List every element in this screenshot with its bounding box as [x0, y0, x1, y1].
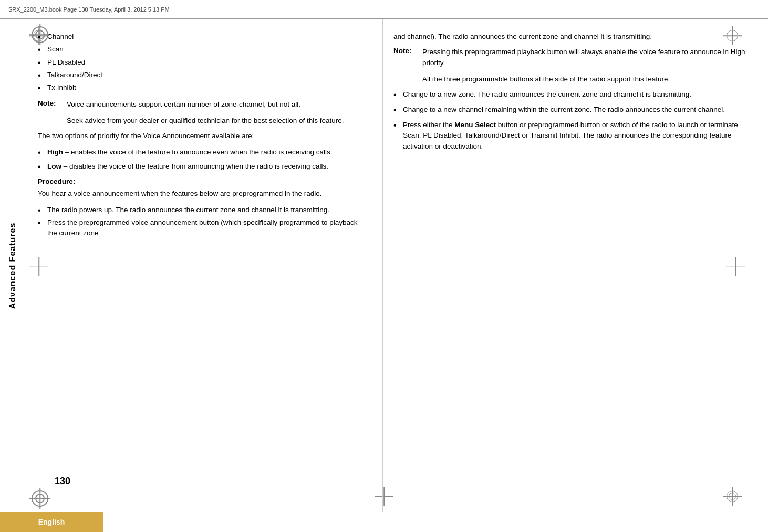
bullet-tx-inhibit: Tx Inhibit [38, 82, 367, 93]
sidebar-label: Advanced Features [0, 19, 25, 512]
right-note1-text: Pressing this preprogrammed playback but… [422, 47, 752, 69]
priority-low: Low – disables the voice of the feature … [38, 161, 367, 172]
right-note1: Note: Pressing this preprogrammed playba… [393, 47, 752, 69]
priority-high-bold: High [47, 148, 63, 156]
bullet-channel: Channel [38, 32, 367, 42]
header-bar: SRX_2200_M3.book Page 130 Tuesday, April… [0, 0, 768, 19]
right-bullet-1: Change to a new zone. The radio announce… [393, 89, 752, 100]
right-note1-label: Note: [393, 47, 422, 69]
note1-block: Note: Voice announcements support certai… [38, 99, 367, 110]
note1-text: Voice announcements support certain numb… [67, 99, 300, 110]
priority-high: High – enables the voice of the feature … [38, 147, 367, 158]
bullet-talkaround: Talkaround/Direct [38, 70, 367, 80]
english-label: English [38, 518, 65, 526]
bullet-scan: Scan [38, 44, 367, 55]
procedure-bullet-list: The radio powers up. The radio announces… [38, 205, 367, 239]
bottom-english-tab: English [0, 512, 103, 532]
sidebar-text: Advanced Features [8, 222, 17, 309]
procedure-heading: Procedure: [38, 178, 367, 185]
priority-low-bold: Low [47, 162, 61, 170]
note1-label: Note: [38, 99, 67, 110]
feature-bullet-list: Channel Scan PL Disabled Talkaround/Dire… [38, 32, 367, 93]
page-number: 130 [55, 476, 70, 487]
bullet-pl-disabled: PL Disabled [38, 57, 367, 68]
right-leading-text: and channel). The radio announces the cu… [393, 32, 752, 43]
note1-indent: Seek advice from your dealer or qualifie… [67, 116, 367, 127]
header-text: SRX_2200_M3.book Page 130 Tuesday, April… [8, 6, 170, 13]
right-bullet-list: Change to a new zone. The radio announce… [393, 89, 752, 153]
content-area: Channel Scan PL Disabled Talkaround/Dire… [25, 19, 768, 512]
proc-bullet-2: Press the preprogrammed voice announceme… [38, 217, 367, 239]
right-bullet-2: Change to a new channel remaining within… [393, 105, 752, 116]
procedure-text: You hear a voice announcement when the f… [38, 189, 367, 200]
right-bullet-3: Press either the Menu Select button or p… [393, 120, 752, 153]
priority-intro: The two options of priority for the Voic… [38, 131, 367, 142]
proc-bullet-1: The radio powers up. The radio announces… [38, 205, 367, 215]
left-column: Channel Scan PL Disabled Talkaround/Dire… [25, 19, 382, 512]
right-note1-indent: All the three programmable buttons at th… [422, 74, 752, 85]
right-column: and channel). The radio announces the cu… [382, 19, 768, 512]
